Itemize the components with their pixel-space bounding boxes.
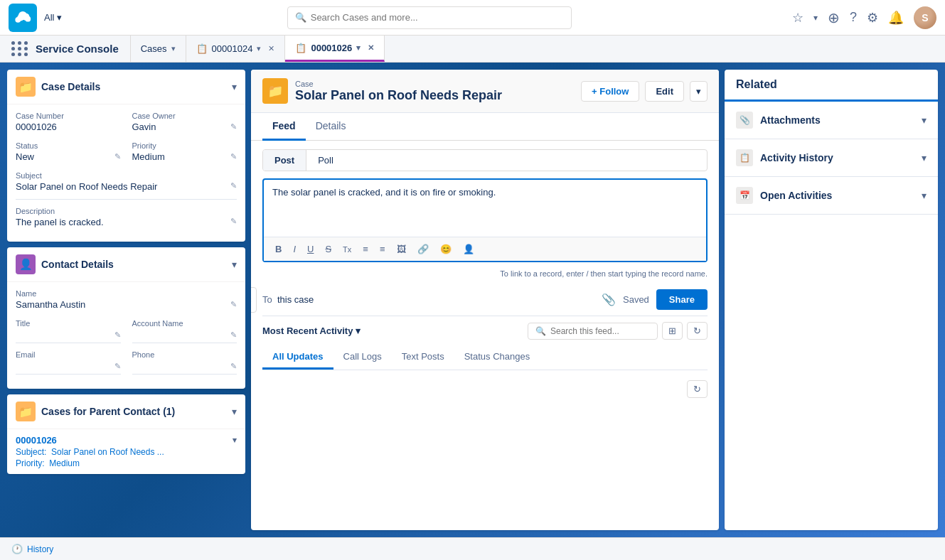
history-label[interactable]: History bbox=[27, 544, 53, 554]
contact-email-field: Email ✎ bbox=[16, 350, 121, 375]
tab-case-1024[interactable]: 📋 00001024 ▾ ✕ bbox=[186, 36, 286, 62]
toolbar-numbered-list[interactable]: ≡ bbox=[375, 242, 390, 257]
activity-history-dropdown[interactable]: ▾ bbox=[922, 152, 927, 163]
contact-account-edit[interactable]: ✎ bbox=[230, 330, 237, 340]
help-icon[interactable]: ? bbox=[850, 10, 857, 25]
tab-call-logs[interactable]: Call Logs bbox=[333, 345, 392, 370]
settings-icon[interactable]: ⚙ bbox=[867, 10, 878, 26]
related-case-number[interactable]: 00001026 bbox=[16, 435, 57, 446]
editor-hint: To link to a record, enter / then start … bbox=[262, 269, 708, 278]
case-details-icon: 📁 bbox=[16, 77, 36, 97]
tab-case1026-chevron[interactable]: ▾ bbox=[356, 43, 361, 53]
attach-icon[interactable]: 📎 bbox=[602, 293, 616, 306]
top-navigation: All ▾ 🔍 ☆ ▾ ⊕ ? ⚙ 🔔 S bbox=[0, 0, 945, 36]
history-icon: 🕐 bbox=[11, 544, 23, 554]
favorites-dropdown-icon[interactable]: ▾ bbox=[813, 13, 818, 23]
tab-bar: Service Console Cases ▾ 📋 00001024 ▾ ✕ 📋… bbox=[0, 36, 945, 63]
app-switcher-icon[interactable] bbox=[11, 41, 28, 56]
feed-search-field[interactable] bbox=[550, 326, 650, 336]
feed-search-input[interactable]: 🔍 bbox=[528, 323, 658, 340]
sidebar-collapse-btn[interactable]: ‹ bbox=[251, 287, 257, 313]
toolbar-mention[interactable]: 👤 bbox=[459, 242, 479, 257]
tab-cases-chevron[interactable]: ▾ bbox=[171, 44, 176, 53]
global-search-bar[interactable]: 🔍 bbox=[287, 6, 572, 29]
notifications-icon[interactable]: 🔔 bbox=[888, 10, 904, 26]
center-panel: ‹ 📁 Case Solar Panel on Roof Needs Repai… bbox=[251, 70, 719, 530]
related-case-subject[interactable]: Solar Panel on Roof Needs ... bbox=[51, 447, 164, 457]
tab-case1024-icon: 📋 bbox=[196, 43, 208, 54]
toolbar-bullet-list[interactable]: ≡ bbox=[358, 242, 373, 257]
contact-name-edit[interactable]: ✎ bbox=[230, 300, 237, 309]
priority-edit[interactable]: ✎ bbox=[230, 152, 237, 161]
left-sidebar: 📁 Case Details ▾ Case Number 00001026 Ca… bbox=[7, 70, 245, 530]
case-details-dropdown[interactable]: ▾ bbox=[232, 81, 237, 92]
case-label: Case bbox=[295, 80, 502, 88]
salesforce-logo[interactable] bbox=[9, 4, 37, 32]
feed-filter-btn[interactable]: ⊞ bbox=[662, 322, 683, 340]
main-layout: 📁 Case Details ▾ Case Number 00001026 Ca… bbox=[0, 63, 945, 537]
attachments-icon: 📎 bbox=[736, 112, 753, 129]
case-details-header: 📁 Case Details ▾ bbox=[7, 70, 245, 104]
attachments-dropdown[interactable]: ▾ bbox=[922, 114, 927, 126]
subject-edit[interactable]: ✎ bbox=[230, 181, 237, 190]
toolbar-clear-format[interactable]: Tx bbox=[338, 243, 356, 256]
app-name[interactable]: Service Console bbox=[0, 36, 131, 62]
case-details-card: 📁 Case Details ▾ Case Number 00001026 Ca… bbox=[7, 70, 245, 242]
toolbar-emoji[interactable]: 😊 bbox=[436, 242, 456, 257]
toolbar-strikethrough[interactable]: S bbox=[321, 242, 336, 257]
tab-cases[interactable]: Cases ▾ bbox=[131, 36, 186, 62]
post-tab-post[interactable]: Post bbox=[263, 150, 306, 171]
add-icon[interactable]: ⊕ bbox=[828, 9, 840, 26]
related-case-priority: Medium bbox=[49, 458, 80, 468]
search-input[interactable] bbox=[311, 12, 564, 23]
contact-phone-edit[interactable]: ✎ bbox=[230, 362, 237, 371]
tab-text-posts[interactable]: Text Posts bbox=[392, 345, 454, 370]
activity-refresh-btn[interactable]: ↻ bbox=[687, 380, 708, 398]
tab-case-1026[interactable]: 📋 00001026 ▾ ✕ bbox=[285, 36, 385, 62]
toolbar-link[interactable]: 🔗 bbox=[413, 242, 433, 257]
toolbar-bold[interactable]: B bbox=[271, 242, 286, 257]
edit-button[interactable]: Edit bbox=[645, 81, 684, 102]
case-header-icon: 📁 bbox=[262, 78, 288, 104]
share-button[interactable]: Share bbox=[656, 289, 708, 310]
favorites-icon[interactable]: ☆ bbox=[792, 10, 803, 26]
related-case-dropdown[interactable]: ▾ bbox=[233, 436, 237, 445]
saved-label: Saved bbox=[623, 294, 649, 305]
open-activities-dropdown[interactable]: ▾ bbox=[922, 190, 927, 201]
post-type-tabs: Post Poll bbox=[262, 149, 708, 171]
tab-case1026-close[interactable]: ✕ bbox=[368, 43, 374, 53]
feed-search-icon: 🔍 bbox=[535, 326, 546, 336]
tab-status-changes[interactable]: Status Changes bbox=[454, 345, 540, 370]
related-title: Related bbox=[736, 78, 777, 90]
contact-title-edit[interactable]: ✎ bbox=[114, 330, 121, 340]
case-details-body: Case Number 00001026 Case Owner Gavin ✎ bbox=[7, 104, 245, 242]
tab-all-updates[interactable]: All Updates bbox=[262, 345, 333, 370]
tab-feed[interactable]: Feed bbox=[262, 113, 306, 141]
cases-for-parent-dropdown[interactable]: ▾ bbox=[232, 406, 237, 417]
search-all-dropdown[interactable]: All ▾ bbox=[44, 12, 62, 23]
tab-cases-label: Cases bbox=[141, 43, 167, 54]
related-section-attachments[interactable]: 📎 Attachments ▾ bbox=[725, 102, 938, 139]
user-avatar[interactable]: S bbox=[914, 6, 936, 29]
recent-activity-dropdown[interactable]: Most Recent Activity ▾ bbox=[262, 325, 361, 336]
post-editor-content[interactable]: The solar panel is cracked, and it is on… bbox=[264, 180, 706, 237]
post-tab-poll[interactable]: Poll bbox=[306, 150, 345, 171]
follow-button[interactable]: + Follow bbox=[581, 81, 639, 102]
nav-icons: ☆ ▾ ⊕ ? ⚙ 🔔 S bbox=[792, 6, 936, 29]
toolbar-image[interactable]: 🖼 bbox=[393, 242, 410, 257]
tab-case1024-close[interactable]: ✕ bbox=[268, 44, 274, 53]
tab-details[interactable]: Details bbox=[306, 113, 356, 141]
related-section-activity-history[interactable]: 📋 Activity History ▾ bbox=[725, 139, 938, 177]
related-section-open-activities[interactable]: 📅 Open Activities ▾ bbox=[725, 177, 938, 215]
status-edit[interactable]: ✎ bbox=[114, 152, 121, 161]
tab-case1024-chevron[interactable]: ▾ bbox=[257, 44, 261, 53]
toolbar-underline[interactable]: U bbox=[303, 242, 318, 257]
feed-refresh-btn[interactable]: ↻ bbox=[687, 322, 708, 340]
contact-details-dropdown[interactable]: ▾ bbox=[232, 259, 237, 270]
toolbar-italic[interactable]: I bbox=[289, 242, 300, 257]
description-edit[interactable]: ✎ bbox=[230, 217, 237, 226]
recent-activity-chevron: ▾ bbox=[356, 325, 361, 336]
case-owner-edit[interactable]: ✎ bbox=[230, 122, 237, 131]
contact-email-edit[interactable]: ✎ bbox=[114, 362, 121, 371]
more-actions-button[interactable]: ▾ bbox=[690, 81, 708, 102]
